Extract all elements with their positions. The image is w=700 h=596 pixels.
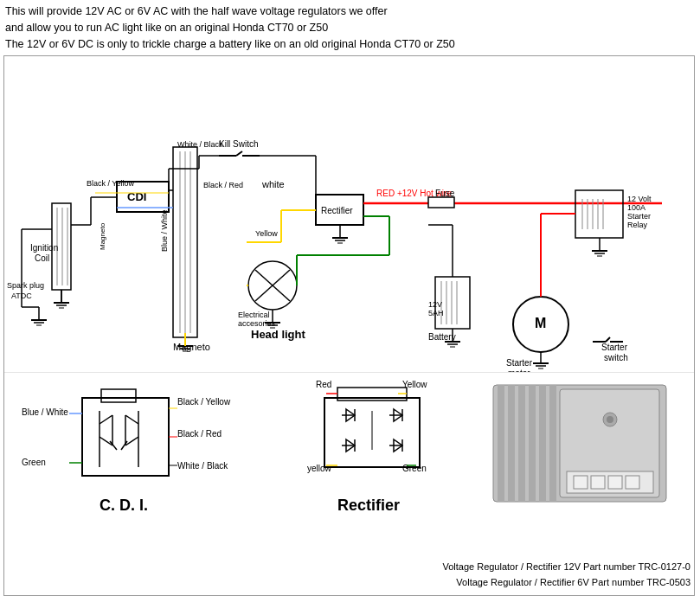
svg-text:Battery: Battery bbox=[428, 332, 456, 342]
svg-text:Rectifier: Rectifier bbox=[321, 206, 353, 215]
svg-rect-190 bbox=[626, 476, 639, 489]
bottom-diagram-svg: Blue / White Green Black / Yellow Black … bbox=[4, 372, 695, 588]
svg-text:100A: 100A bbox=[627, 203, 645, 212]
header-line1: This will provide 12V AC or 6V AC with t… bbox=[5, 3, 695, 20]
wiring-diagram-svg: Magneto Magneto Ignition Coil Spark plug… bbox=[4, 56, 695, 372]
svg-rect-184 bbox=[549, 385, 556, 502]
svg-text:Red: Red bbox=[316, 380, 331, 389]
svg-text:CDI: CDI bbox=[127, 190, 146, 203]
svg-text:Magneto: Magneto bbox=[99, 223, 106, 251]
svg-rect-189 bbox=[608, 476, 622, 489]
svg-text:Green: Green bbox=[22, 458, 46, 467]
svg-text:12 Volt: 12 Volt bbox=[627, 195, 652, 203]
svg-rect-62 bbox=[428, 197, 454, 208]
svg-rect-183 bbox=[539, 385, 546, 502]
svg-text:Black / Yellow: Black / Yellow bbox=[177, 397, 231, 407]
svg-text:Black / Red: Black / Red bbox=[203, 181, 243, 189]
svg-text:Blue / White: Blue / White bbox=[22, 407, 68, 417]
svg-text:12V: 12V bbox=[428, 300, 442, 309]
header-text: This will provide 12V AC or 6V AC with t… bbox=[0, 0, 700, 54]
svg-text:White / Black: White / Black bbox=[177, 140, 223, 149]
svg-rect-188 bbox=[591, 476, 605, 489]
svg-text:Starter: Starter bbox=[601, 343, 628, 352]
svg-text:Rectifier: Rectifier bbox=[337, 497, 400, 514]
svg-text:M: M bbox=[535, 316, 546, 330]
svg-text:C. D. I.: C. D. I. bbox=[100, 497, 148, 514]
part-numbers-section: Voltage Regulator / Rectifier 12V Part n… bbox=[442, 560, 690, 590]
part-number-6v: Voltage Regulator / Rectifier 6V Part nu… bbox=[442, 575, 690, 591]
svg-text:Ignition: Ignition bbox=[30, 243, 58, 253]
svg-text:Yellow: Yellow bbox=[402, 380, 427, 389]
svg-text:white: white bbox=[261, 179, 285, 189]
svg-text:Electrical: Electrical bbox=[238, 311, 270, 319]
svg-text:Starter: Starter bbox=[506, 358, 533, 368]
svg-text:White / Black: White / Black bbox=[177, 461, 228, 471]
svg-text:Blue / White: Blue / White bbox=[160, 210, 169, 253]
svg-text:switch: switch bbox=[604, 353, 628, 362]
diagram-bottom-section: Blue / White Green Black / Yellow Black … bbox=[4, 372, 694, 595]
header-line3: The 12V or 6V DC is only to trickle char… bbox=[5, 36, 695, 53]
svg-text:Yellow: Yellow bbox=[255, 229, 278, 238]
svg-text:Starter: Starter bbox=[627, 212, 651, 221]
svg-text:Relay: Relay bbox=[627, 221, 648, 229]
main-diagram-border: Magneto Magneto Ignition Coil Spark plug… bbox=[3, 55, 695, 596]
svg-text:Head light: Head light bbox=[251, 328, 306, 341]
svg-text:Coil: Coil bbox=[35, 253, 49, 263]
svg-rect-179 bbox=[498, 385, 504, 502]
svg-text:Kill Switch: Kill Switch bbox=[219, 139, 259, 149]
svg-text:5AH: 5AH bbox=[428, 309, 444, 317]
svg-point-192 bbox=[607, 416, 613, 423]
svg-rect-187 bbox=[574, 476, 588, 489]
header-line2: and allow you to run AC light like on an… bbox=[5, 20, 695, 36]
svg-rect-180 bbox=[508, 385, 515, 502]
svg-text:Black / Yellow: Black / Yellow bbox=[87, 179, 135, 188]
svg-text:Spark plug: Spark plug bbox=[7, 281, 44, 290]
svg-text:Black / Red: Black / Red bbox=[177, 429, 222, 439]
svg-rect-181 bbox=[518, 385, 525, 502]
svg-rect-182 bbox=[529, 385, 536, 502]
part-number-12v: Voltage Regulator / Rectifier 12V Part n… bbox=[442, 560, 690, 575]
